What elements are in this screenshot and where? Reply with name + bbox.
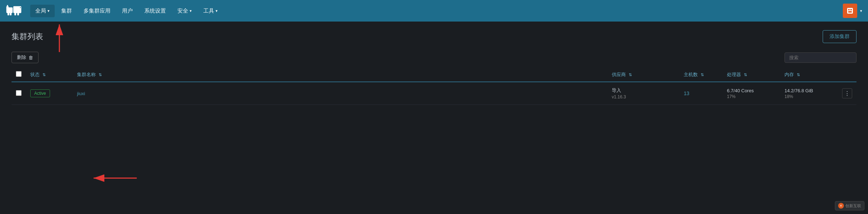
page-header: 集群列表 添加集群 — [12, 30, 856, 43]
table-row: Active jiuxi 导入 v1.16.3 13 6.7/40 Cores — [12, 82, 856, 105]
badge-icon: ✕ — [838, 203, 844, 209]
navbar: 全局 ▾ 集群 多集群应用 用户 系统设置 安全 ▾ 工具 ▾ — [0, 0, 868, 22]
nav-item-tools[interactable]: 工具 ▾ — [198, 5, 223, 17]
svg-rect-2 — [8, 13, 9, 15]
navbar-right: ▾ — [843, 4, 862, 18]
user-icon — [846, 6, 854, 15]
cpu-percent: 17% — [727, 94, 776, 99]
table-header: 状态 ⇅ 集群名称 ⇅ 供应商 ⇅ 主机数 ⇅ — [12, 68, 856, 82]
vendor-version: v1.16.3 — [612, 94, 675, 99]
cpu-usage: 6.7/40 Cores — [727, 88, 776, 93]
col-header-hosts[interactable]: 主机数 ⇅ — [679, 68, 723, 82]
toolbar: 删除 🗑 — [12, 52, 856, 63]
cluster-name-link[interactable]: jiuxi — [77, 91, 85, 96]
svg-rect-4 — [14, 13, 16, 15]
col-header-vendor[interactable]: 供应商 ⇅ — [607, 68, 679, 82]
user-menu-chevron[interactable]: ▾ — [860, 9, 862, 13]
svg-rect-10 — [847, 8, 853, 14]
svg-point-7 — [20, 7, 21, 8]
memory-percent: 18% — [785, 94, 833, 99]
select-all-checkbox[interactable] — [16, 71, 22, 77]
toolbar-left: 删除 🗑 — [12, 52, 39, 63]
status-badge: Active — [30, 89, 50, 97]
svg-rect-5 — [17, 13, 19, 15]
vendor-name: 导入 — [612, 87, 675, 94]
memory-usage: 14.2/76.8 GiB — [785, 88, 833, 93]
nav-item-global[interactable]: 全局 ▾ — [30, 5, 55, 17]
col-header-status[interactable]: 状态 ⇅ — [26, 68, 73, 82]
col-header-memory[interactable]: 内存 ⇅ — [780, 68, 838, 82]
chevron-down-icon: ▾ — [48, 9, 50, 13]
host-count: 13 — [684, 90, 690, 96]
svg-rect-12 — [850, 9, 852, 10]
nav-items: 全局 ▾ 集群 多集群应用 用户 系统设置 安全 ▾ 工具 ▾ — [30, 5, 843, 17]
sort-icon: ⇅ — [629, 73, 632, 77]
delete-button[interactable]: 删除 🗑 — [12, 52, 39, 63]
bottom-badge: ✕ 创新互联 — [835, 201, 864, 210]
nav-item-cluster[interactable]: 集群 — [56, 5, 77, 17]
col-header-name[interactable]: 集群名称 ⇅ — [73, 68, 607, 82]
add-cluster-button[interactable]: 添加集群 — [823, 30, 856, 43]
sort-icon: ⇅ — [797, 73, 800, 77]
chevron-down-icon: ▾ — [216, 9, 218, 13]
cluster-table: 状态 ⇅ 集群名称 ⇅ 供应商 ⇅ 主机数 ⇅ — [12, 68, 856, 105]
nav-item-multi-cluster[interactable]: 多集群应用 — [78, 5, 116, 17]
nav-item-system[interactable]: 系统设置 — [139, 5, 171, 17]
sort-icon: ⇅ — [99, 73, 102, 77]
row-checkbox[interactable] — [16, 90, 22, 96]
sort-icon: ⇅ — [744, 73, 747, 77]
search-input[interactable] — [785, 52, 856, 63]
nav-item-users[interactable]: 用户 — [117, 5, 138, 17]
logo — [6, 4, 23, 17]
svg-rect-9 — [7, 5, 8, 7]
nav-item-security[interactable]: 安全 ▾ — [172, 5, 197, 17]
chevron-down-icon: ▾ — [190, 9, 192, 13]
sort-icon: ⇅ — [701, 73, 704, 77]
col-header-cpu[interactable]: 处理器 ⇅ — [723, 68, 780, 82]
page-title: 集群列表 — [12, 31, 43, 42]
sort-icon: ⇅ — [42, 73, 46, 77]
trash-icon: 🗑 — [28, 55, 33, 60]
main-content: 集群列表 添加集群 删除 🗑 状态 — [0, 22, 868, 113]
svg-rect-3 — [10, 13, 12, 15]
row-more-button[interactable]: ⋮ — [842, 88, 852, 98]
user-avatar[interactable] — [843, 4, 857, 18]
svg-rect-11 — [848, 9, 850, 10]
logo-icon — [6, 4, 23, 17]
svg-rect-13 — [848, 11, 852, 13]
